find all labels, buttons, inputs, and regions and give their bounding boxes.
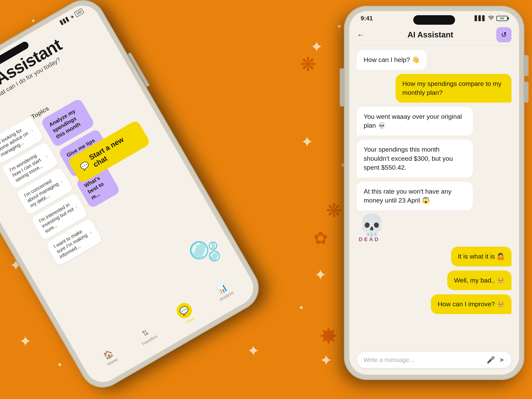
msg-2: How my spendings compare to my monthly p…: [396, 74, 512, 103]
msg-4: Your spendings this month shouldn't exce…: [357, 140, 473, 177]
sparkle-9: ✦: [19, 332, 32, 350]
msg-5: At this rate you won't have any money un…: [357, 182, 473, 210]
msg-8: How can I improve? 🥺: [431, 294, 512, 314]
message-input[interactable]: Write a message...: [364, 356, 487, 363]
dynamic-island: [413, 15, 455, 25]
battery-indicator: 100: [74, 8, 84, 17]
right-power: [340, 68, 344, 106]
transfers-icon: ⇅: [140, 328, 150, 338]
right-chat-header: ← AI Assistant ↺: [349, 27, 519, 42]
msg-3: You went waaay over your original plan 💀: [357, 107, 473, 135]
refresh-icon: ↺: [501, 31, 507, 39]
mic-icon[interactable]: 🎤: [487, 356, 495, 364]
left-bottom-nav: 🏠 Home ⇅ Transfers 💬 Chat 📊 Analysis: [79, 264, 257, 384]
right-phone-frame: 9:41 ▋▋▋ 100: [344, 6, 524, 380]
msg-text-6: It is what it is 🤷: [458, 253, 505, 260]
sparkle-20: ✦: [247, 342, 260, 360]
message-input-bar[interactable]: Write a message... 🎤 ➤: [357, 352, 512, 368]
right-vol-up: [524, 55, 529, 76]
left-phone-content: 9:41 ▋▋▋ ◈ 100 AI Assistant What can I d…: [0, 0, 260, 389]
right-vol-dn: [524, 82, 529, 103]
chat-messages-container: How can I help? 👋 How my spendings compa…: [349, 46, 519, 350]
left-phone-screen: 9:41 ▋▋▋ ◈ 100 AI Assistant What can I d…: [0, 0, 260, 389]
right-battery-icon: 100: [496, 16, 508, 21]
dead-sticker: 💀 DEAD: [359, 215, 385, 242]
nav-analysis[interactable]: 📊 Analysis: [213, 281, 234, 302]
right-wifi-icon: [488, 15, 494, 21]
send-icon[interactable]: ➤: [499, 356, 505, 364]
battery-level: 100: [500, 17, 504, 20]
msg-text-1: How can I help? 👋: [364, 56, 420, 63]
msg-1: How can I help? 👋: [357, 50, 427, 70]
msg-text-4: Your spendings this month shouldn't exce…: [364, 146, 453, 171]
right-status-icons: ▋▋▋ 100: [475, 15, 508, 21]
skull-emoji: 💀: [359, 215, 385, 235]
right-signal-icon: ▋▋▋: [475, 15, 486, 21]
right-chat-title: AI Assistant: [407, 30, 453, 39]
right-phone-screen: 9:41 ▋▋▋ 100: [349, 11, 519, 375]
msg-text-3: You went waaay over your original plan 💀: [364, 113, 462, 129]
flower-4: ✸: [319, 323, 338, 349]
wifi-icon: ◈: [70, 14, 75, 19]
sparkle-2: ✦: [30, 17, 36, 25]
sparkle-15: ✦: [314, 266, 327, 284]
topic-label-1: Analyze my spendings this month: [48, 108, 82, 140]
sparkle-10: ✦: [57, 361, 63, 369]
back-button[interactable]: ←: [357, 31, 364, 39]
right-status-time: 9:41: [361, 15, 373, 22]
sparkle-12: ✦: [336, 23, 342, 30]
nav-transfers[interactable]: ⇅ Transfers: [136, 325, 158, 347]
sparkle-16: ✦: [298, 304, 304, 312]
msg-6: It is what it is 🤷: [451, 247, 512, 266]
chat-icon: 💬: [79, 160, 91, 172]
sparkle-13: ✦: [301, 133, 314, 151]
flower-2: ✿: [314, 228, 328, 248]
msg-7: Well, my bad.. 🥺: [447, 271, 512, 290]
left-phone-wrapper: 9:41 ▋▋▋ ◈ 100 AI Assistant What can I d…: [0, 0, 267, 396]
msg-text-2: How my spendings compare to my monthly p…: [402, 80, 502, 96]
msg-text-8: How can I improve? 🥺: [438, 300, 505, 308]
input-action-icons: 🎤 ➤: [487, 356, 505, 364]
msg-text-5: At this rate you won't have any money un…: [364, 188, 451, 204]
nav-chat[interactable]: 💬 Chat: [174, 300, 198, 327]
flower-1: ❋: [300, 53, 316, 76]
left-phone-frame: 9:41 ▋▋▋ ◈ 100 AI Assistant What can I d…: [0, 0, 267, 396]
right-phone-wrapper: 9:41 ▋▋▋ 100: [344, 6, 524, 380]
flower-3: ❋: [326, 200, 342, 222]
mascot-sticker: 🫧: [185, 232, 226, 272]
app-background: { "background": { "color": "#E8820C" }, …: [0, 0, 532, 399]
sparkle-17: ✦: [320, 352, 332, 369]
refresh-button[interactable]: ↺: [496, 27, 512, 42]
header-divider: [357, 45, 512, 45]
dead-text: DEAD: [359, 236, 385, 242]
msg-text-7: Well, my bad.. 🥺: [454, 277, 505, 284]
svg-point-0: [491, 19, 492, 20]
nav-home[interactable]: 🏠 Home: [101, 348, 118, 367]
signal-icon: ▋▋▋: [59, 16, 70, 25]
